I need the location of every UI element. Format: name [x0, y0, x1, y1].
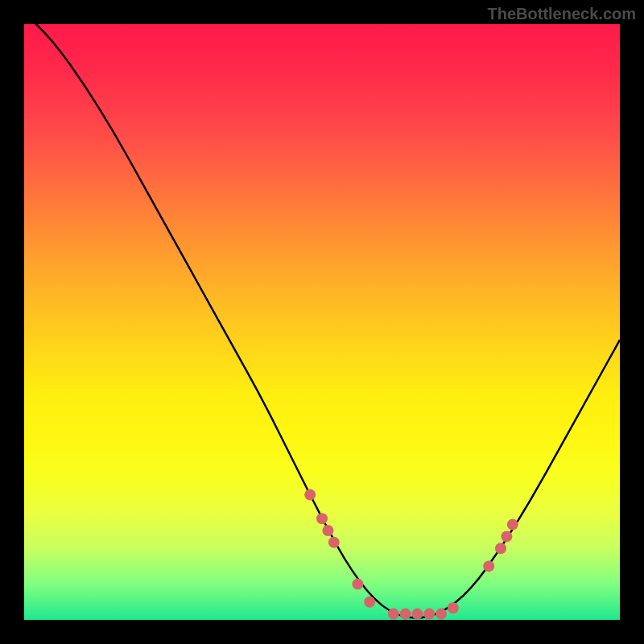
data-point: [304, 489, 316, 501]
data-point: [483, 560, 494, 572]
data-point: [507, 519, 518, 530]
chart-plot-area: [24, 24, 620, 620]
data-point: [328, 537, 340, 548]
bottleneck-curve-line: [24, 24, 620, 618]
data-point: [495, 543, 506, 554]
data-point: [316, 513, 328, 524]
data-point: [423, 609, 435, 620]
chart-svg: [24, 24, 620, 620]
highlighted-points-group: [304, 489, 518, 620]
data-point: [411, 609, 423, 620]
watermark-text: TheBottleneck.com: [488, 5, 636, 23]
data-point: [448, 602, 459, 613]
data-point: [364, 597, 375, 608]
data-point: [436, 609, 447, 620]
data-point: [352, 579, 363, 590]
data-point: [400, 609, 411, 620]
data-point: [322, 525, 333, 536]
data-point: [501, 530, 512, 542]
data-point: [388, 609, 399, 620]
